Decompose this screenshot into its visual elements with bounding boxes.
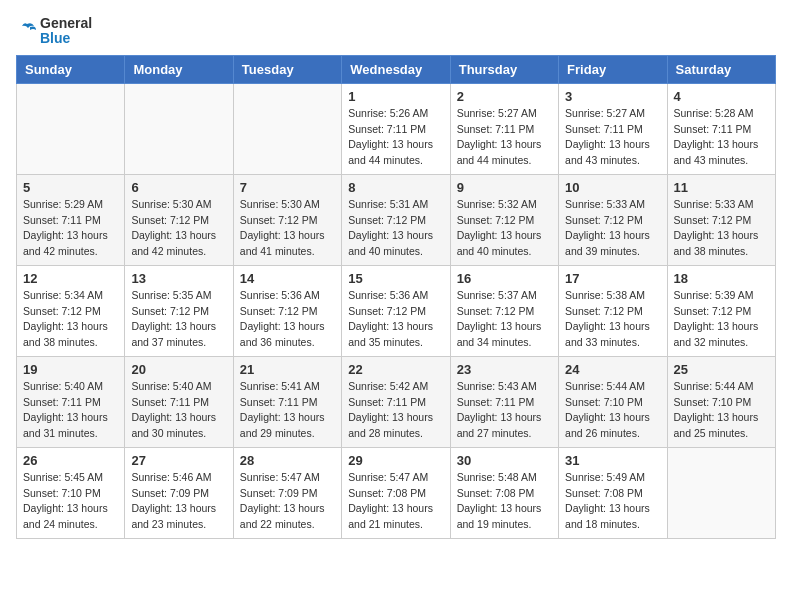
day-number: 28 <box>240 453 335 468</box>
day-number: 24 <box>565 362 660 377</box>
day-number: 31 <box>565 453 660 468</box>
week-row-5: 26Sunrise: 5:45 AMSunset: 7:10 PMDayligh… <box>17 447 776 538</box>
day-info: Sunrise: 5:48 AMSunset: 7:08 PMDaylight:… <box>457 470 552 533</box>
day-number: 3 <box>565 89 660 104</box>
calendar-cell: 3Sunrise: 5:27 AMSunset: 7:11 PMDaylight… <box>559 83 667 174</box>
day-number: 11 <box>674 180 769 195</box>
logo-blue-text: Blue <box>40 31 92 46</box>
day-info: Sunrise: 5:37 AMSunset: 7:12 PMDaylight:… <box>457 288 552 351</box>
calendar-cell: 4Sunrise: 5:28 AMSunset: 7:11 PMDaylight… <box>667 83 775 174</box>
day-number: 9 <box>457 180 552 195</box>
header-day-tuesday: Tuesday <box>233 55 341 83</box>
day-info: Sunrise: 5:41 AMSunset: 7:11 PMDaylight:… <box>240 379 335 442</box>
day-number: 23 <box>457 362 552 377</box>
day-number: 18 <box>674 271 769 286</box>
day-number: 26 <box>23 453 118 468</box>
day-number: 15 <box>348 271 443 286</box>
header-day-thursday: Thursday <box>450 55 558 83</box>
day-number: 6 <box>131 180 226 195</box>
day-info: Sunrise: 5:49 AMSunset: 7:08 PMDaylight:… <box>565 470 660 533</box>
day-info: Sunrise: 5:40 AMSunset: 7:11 PMDaylight:… <box>23 379 118 442</box>
calendar-cell: 2Sunrise: 5:27 AMSunset: 7:11 PMDaylight… <box>450 83 558 174</box>
calendar-header: SundayMondayTuesdayWednesdayThursdayFrid… <box>17 55 776 83</box>
calendar-cell: 22Sunrise: 5:42 AMSunset: 7:11 PMDayligh… <box>342 356 450 447</box>
day-number: 8 <box>348 180 443 195</box>
calendar-cell: 23Sunrise: 5:43 AMSunset: 7:11 PMDayligh… <box>450 356 558 447</box>
calendar-cell: 25Sunrise: 5:44 AMSunset: 7:10 PMDayligh… <box>667 356 775 447</box>
calendar-cell: 6Sunrise: 5:30 AMSunset: 7:12 PMDaylight… <box>125 174 233 265</box>
day-number: 19 <box>23 362 118 377</box>
week-row-1: 1Sunrise: 5:26 AMSunset: 7:11 PMDaylight… <box>17 83 776 174</box>
calendar-cell: 20Sunrise: 5:40 AMSunset: 7:11 PMDayligh… <box>125 356 233 447</box>
calendar-cell: 7Sunrise: 5:30 AMSunset: 7:12 PMDaylight… <box>233 174 341 265</box>
day-number: 22 <box>348 362 443 377</box>
day-number: 14 <box>240 271 335 286</box>
day-info: Sunrise: 5:34 AMSunset: 7:12 PMDaylight:… <box>23 288 118 351</box>
calendar-cell: 15Sunrise: 5:36 AMSunset: 7:12 PMDayligh… <box>342 265 450 356</box>
calendar-cell <box>17 83 125 174</box>
day-number: 4 <box>674 89 769 104</box>
calendar-cell: 19Sunrise: 5:40 AMSunset: 7:11 PMDayligh… <box>17 356 125 447</box>
day-info: Sunrise: 5:36 AMSunset: 7:12 PMDaylight:… <box>240 288 335 351</box>
day-info: Sunrise: 5:45 AMSunset: 7:10 PMDaylight:… <box>23 470 118 533</box>
page-header: General Blue <box>16 16 776 47</box>
week-row-4: 19Sunrise: 5:40 AMSunset: 7:11 PMDayligh… <box>17 356 776 447</box>
day-info: Sunrise: 5:31 AMSunset: 7:12 PMDaylight:… <box>348 197 443 260</box>
day-number: 10 <box>565 180 660 195</box>
day-info: Sunrise: 5:26 AMSunset: 7:11 PMDaylight:… <box>348 106 443 169</box>
day-info: Sunrise: 5:43 AMSunset: 7:11 PMDaylight:… <box>457 379 552 442</box>
day-number: 17 <box>565 271 660 286</box>
week-row-3: 12Sunrise: 5:34 AMSunset: 7:12 PMDayligh… <box>17 265 776 356</box>
logo-wrapper: General Blue <box>16 16 92 47</box>
day-info: Sunrise: 5:38 AMSunset: 7:12 PMDaylight:… <box>565 288 660 351</box>
calendar-cell: 10Sunrise: 5:33 AMSunset: 7:12 PMDayligh… <box>559 174 667 265</box>
day-number: 2 <box>457 89 552 104</box>
calendar-cell: 21Sunrise: 5:41 AMSunset: 7:11 PMDayligh… <box>233 356 341 447</box>
header-day-wednesday: Wednesday <box>342 55 450 83</box>
calendar-cell: 8Sunrise: 5:31 AMSunset: 7:12 PMDaylight… <box>342 174 450 265</box>
logo-bird-icon <box>16 20 38 42</box>
day-number: 30 <box>457 453 552 468</box>
calendar-cell: 14Sunrise: 5:36 AMSunset: 7:12 PMDayligh… <box>233 265 341 356</box>
calendar-cell: 1Sunrise: 5:26 AMSunset: 7:11 PMDaylight… <box>342 83 450 174</box>
day-info: Sunrise: 5:35 AMSunset: 7:12 PMDaylight:… <box>131 288 226 351</box>
day-info: Sunrise: 5:36 AMSunset: 7:12 PMDaylight:… <box>348 288 443 351</box>
calendar-table: SundayMondayTuesdayWednesdayThursdayFrid… <box>16 55 776 539</box>
day-info: Sunrise: 5:44 AMSunset: 7:10 PMDaylight:… <box>565 379 660 442</box>
day-info: Sunrise: 5:42 AMSunset: 7:11 PMDaylight:… <box>348 379 443 442</box>
calendar-cell: 27Sunrise: 5:46 AMSunset: 7:09 PMDayligh… <box>125 447 233 538</box>
day-number: 5 <box>23 180 118 195</box>
day-number: 1 <box>348 89 443 104</box>
day-number: 27 <box>131 453 226 468</box>
day-info: Sunrise: 5:32 AMSunset: 7:12 PMDaylight:… <box>457 197 552 260</box>
header-day-friday: Friday <box>559 55 667 83</box>
day-info: Sunrise: 5:46 AMSunset: 7:09 PMDaylight:… <box>131 470 226 533</box>
calendar-cell: 31Sunrise: 5:49 AMSunset: 7:08 PMDayligh… <box>559 447 667 538</box>
day-info: Sunrise: 5:28 AMSunset: 7:11 PMDaylight:… <box>674 106 769 169</box>
calendar-cell: 16Sunrise: 5:37 AMSunset: 7:12 PMDayligh… <box>450 265 558 356</box>
day-number: 25 <box>674 362 769 377</box>
calendar-cell <box>125 83 233 174</box>
day-info: Sunrise: 5:47 AMSunset: 7:08 PMDaylight:… <box>348 470 443 533</box>
calendar-body: 1Sunrise: 5:26 AMSunset: 7:11 PMDaylight… <box>17 83 776 538</box>
calendar-cell: 24Sunrise: 5:44 AMSunset: 7:10 PMDayligh… <box>559 356 667 447</box>
day-info: Sunrise: 5:30 AMSunset: 7:12 PMDaylight:… <box>131 197 226 260</box>
week-row-2: 5Sunrise: 5:29 AMSunset: 7:11 PMDaylight… <box>17 174 776 265</box>
header-day-saturday: Saturday <box>667 55 775 83</box>
calendar-cell: 11Sunrise: 5:33 AMSunset: 7:12 PMDayligh… <box>667 174 775 265</box>
calendar-cell: 26Sunrise: 5:45 AMSunset: 7:10 PMDayligh… <box>17 447 125 538</box>
calendar-cell: 9Sunrise: 5:32 AMSunset: 7:12 PMDaylight… <box>450 174 558 265</box>
calendar-cell <box>233 83 341 174</box>
calendar-cell <box>667 447 775 538</box>
calendar-cell: 5Sunrise: 5:29 AMSunset: 7:11 PMDaylight… <box>17 174 125 265</box>
calendar-cell: 30Sunrise: 5:48 AMSunset: 7:08 PMDayligh… <box>450 447 558 538</box>
calendar-cell: 18Sunrise: 5:39 AMSunset: 7:12 PMDayligh… <box>667 265 775 356</box>
day-info: Sunrise: 5:27 AMSunset: 7:11 PMDaylight:… <box>565 106 660 169</box>
calendar-cell: 29Sunrise: 5:47 AMSunset: 7:08 PMDayligh… <box>342 447 450 538</box>
day-info: Sunrise: 5:40 AMSunset: 7:11 PMDaylight:… <box>131 379 226 442</box>
day-number: 20 <box>131 362 226 377</box>
day-info: Sunrise: 5:30 AMSunset: 7:12 PMDaylight:… <box>240 197 335 260</box>
day-number: 29 <box>348 453 443 468</box>
calendar-cell: 17Sunrise: 5:38 AMSunset: 7:12 PMDayligh… <box>559 265 667 356</box>
day-info: Sunrise: 5:39 AMSunset: 7:12 PMDaylight:… <box>674 288 769 351</box>
